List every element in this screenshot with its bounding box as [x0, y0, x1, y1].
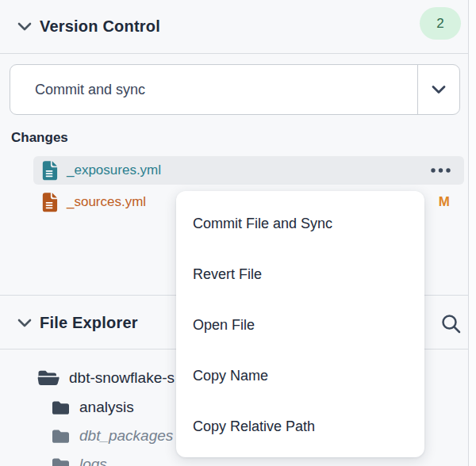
folder-icon [51, 456, 71, 466]
commit-options-toggle[interactable] [417, 65, 459, 114]
changed-file-name[interactable]: _exposures.yml [67, 162, 430, 178]
yml-file-icon [41, 160, 58, 181]
file-context-menu: Commit File and Sync Revert File Open Fi… [176, 191, 424, 457]
folder-open-icon [36, 369, 60, 388]
tree-item-analysis[interactable]: analysis [51, 393, 134, 422]
folder-icon [51, 428, 71, 445]
version-control-header[interactable]: Version Control 2 [0, 0, 468, 54]
menu-item-revert-file[interactable]: Revert File [176, 249, 424, 300]
version-control-panel: Version Control 2 Commit and sync Change… [0, 0, 476, 466]
yml-file-icon [41, 192, 58, 212]
tree-item-dbt-packages[interactable]: dbt_packages [51, 422, 173, 450]
commit-and-sync-label[interactable]: Commit and sync [35, 65, 145, 114]
chevron-down-icon[interactable] [16, 18, 33, 36]
chevron-down-icon[interactable] [16, 315, 33, 332]
ellipsis-icon [430, 167, 451, 174]
changes-count-badge: 2 [420, 7, 461, 40]
menu-item-copy-relative-path[interactable]: Copy Relative Path [176, 401, 424, 452]
menu-item-copy-name[interactable]: Copy Name [176, 350, 424, 401]
folder-icon [51, 399, 71, 416]
menu-item-commit-file-and-sync[interactable]: Commit File and Sync [176, 198, 424, 249]
tree-item-label[interactable]: analysis [79, 399, 134, 416]
tree-item-label[interactable]: logs [79, 456, 107, 466]
changed-file-row-exposures[interactable]: _exposures.yml [33, 156, 464, 185]
panel-right-edge [468, 0, 476, 466]
tree-item-label[interactable]: dbt-snowflake-s [69, 369, 175, 387]
file-search-button[interactable] [440, 312, 462, 334]
search-icon [440, 313, 462, 334]
commit-and-sync-button[interactable]: Commit and sync [10, 64, 460, 115]
tree-item-project-root[interactable]: dbt-snowflake-s [36, 364, 175, 392]
file-more-options-button[interactable] [430, 167, 451, 174]
menu-item-open-file[interactable]: Open File [176, 300, 424, 350]
tree-item-label[interactable]: dbt_packages [79, 427, 173, 445]
file-explorer-title: File Explorer [40, 296, 138, 350]
modified-status-badge: M [439, 194, 450, 210]
version-control-title: Version Control [40, 0, 160, 53]
tree-item-logs[interactable]: logs [51, 450, 107, 466]
chevron-down-icon [428, 79, 449, 100]
changes-section-label: Changes [11, 130, 68, 146]
